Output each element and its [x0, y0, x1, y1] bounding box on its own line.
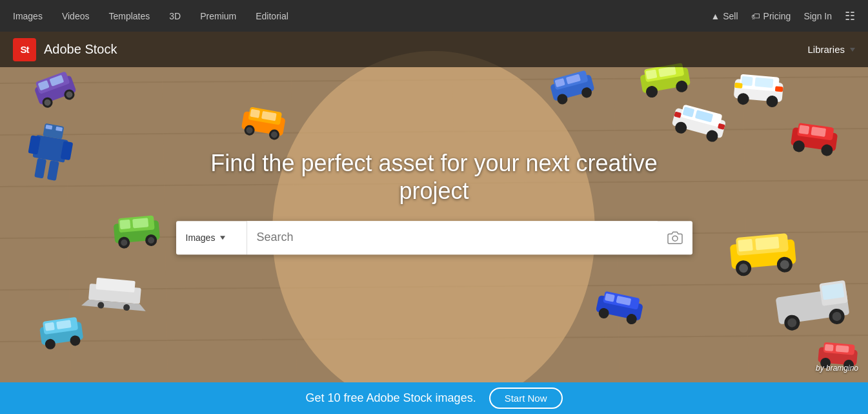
svg-rect-115	[754, 78, 773, 88]
svg-rect-114	[741, 76, 752, 86]
search-category-dropdown[interactable]: Images	[176, 221, 247, 254]
cta-bar: Get 10 free Adobe Stock images. Start No…	[0, 382, 868, 414]
svg-point-118	[672, 236, 678, 241]
svg-rect-61	[645, 69, 657, 79]
stock-nav-title: Adobe Stock	[44, 42, 117, 57]
upload-icon: ▲	[711, 11, 720, 21]
nav-item-templates[interactable]: Templates	[108, 11, 150, 21]
svg-rect-36	[119, 220, 130, 229]
svg-rect-89	[822, 283, 845, 300]
chevron-down-icon	[850, 48, 855, 52]
svg-rect-47	[45, 322, 55, 331]
svg-rect-75	[738, 239, 752, 252]
svg-rect-76	[755, 236, 779, 250]
hero-section: St Adobe Stock Libraries Find the perfec…	[0, 32, 868, 382]
adobe-st-logo: St	[13, 38, 36, 61]
category-chevron-icon	[220, 236, 225, 240]
apps-icon: ☷	[845, 9, 855, 23]
svg-rect-117	[775, 86, 783, 92]
libraries-label: Libraries	[807, 44, 845, 55]
cta-text: Get 10 free Adobe Stock images.	[305, 391, 476, 405]
svg-rect-28	[250, 109, 260, 118]
nav-item-videos[interactable]: Videos	[62, 11, 90, 21]
photo-attribution: by bramgino	[816, 364, 858, 373]
stock-nav-left: St Adobe Stock	[13, 38, 117, 61]
top-nav-left: Images Videos Templates 3D Premium Edito…	[13, 11, 288, 21]
tag-icon: 🏷	[751, 11, 760, 21]
nav-icon-link[interactable]: ☷	[845, 9, 855, 23]
libraries-button[interactable]: Libraries	[807, 44, 855, 55]
stock-nav: St Adobe Stock Libraries	[0, 32, 868, 67]
hero-headline: Find the perfect asset for your next cre…	[176, 149, 692, 205]
top-nav-right: ▲ Sell 🏷 Pricing Sign In ☷	[711, 9, 855, 23]
svg-rect-67	[799, 125, 810, 134]
camera-icon	[667, 230, 683, 245]
camera-search-button[interactable]	[658, 221, 692, 254]
nav-sell[interactable]: ▲ Sell	[711, 11, 738, 21]
search-bar: Images	[176, 221, 692, 254]
svg-rect-37	[132, 218, 148, 228]
nav-item-premium[interactable]: Premium	[200, 11, 236, 21]
start-now-button[interactable]: Start Now	[489, 388, 563, 409]
svg-rect-116	[734, 83, 743, 88]
nav-pricing[interactable]: 🏷 Pricing	[751, 11, 791, 21]
search-input[interactable]	[247, 221, 658, 254]
top-nav: Images Videos Templates 3D Premium Edito…	[0, 0, 868, 32]
nav-item-editorial[interactable]: Editorial	[256, 11, 288, 21]
svg-rect-95	[836, 345, 849, 353]
svg-rect-94	[825, 344, 834, 351]
nav-item-3d[interactable]: 3D	[169, 11, 181, 21]
nav-item-images[interactable]: Images	[13, 11, 43, 21]
search-category-label: Images	[186, 233, 216, 243]
nav-signin[interactable]: Sign In	[803, 11, 832, 21]
hero-content: Find the perfect asset for your next cre…	[176, 149, 692, 254]
